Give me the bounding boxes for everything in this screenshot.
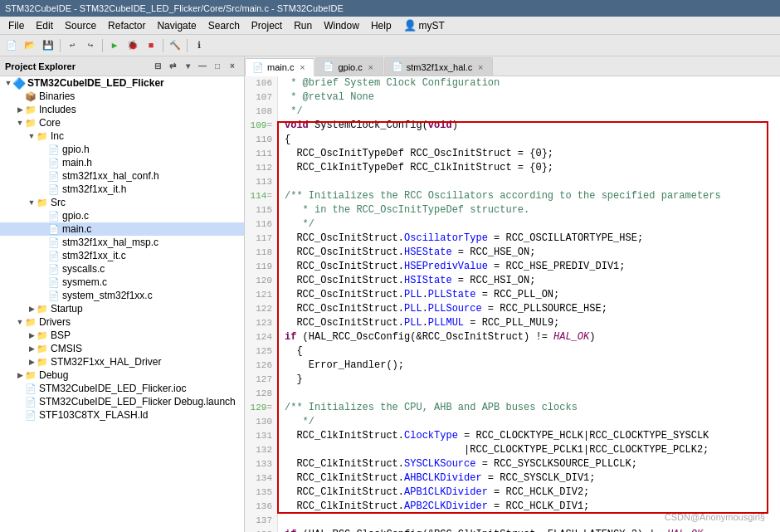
tree-arrow-system_stm32f1xx_c bbox=[38, 290, 48, 300]
toolbar-stop[interactable]: ■ bbox=[143, 37, 159, 54]
toolbar-redo[interactable]: ↪ bbox=[82, 37, 99, 54]
tree-arrow-src: ▼ bbox=[27, 198, 37, 207]
line-num-120: 120 bbox=[250, 274, 272, 288]
line-num-116: 116 bbox=[250, 217, 272, 232]
menu-refactor[interactable]: Refactor bbox=[103, 18, 150, 33]
code-editor[interactable]: 106107108109=110111112113114=11511611711… bbox=[245, 76, 780, 532]
tree-item-drivers[interactable]: ▼ 📁 Drivers bbox=[0, 315, 244, 329]
tree-item-main_c[interactable]: 📄 main.c bbox=[0, 222, 244, 236]
tree-item-main_h[interactable]: 📄 main.h bbox=[0, 156, 244, 169]
main-layout: Project Explorer ⊟ ⇄ ▾ — □ × ▼ 🔷 STM32Cu… bbox=[0, 56, 780, 532]
line-num-117: 117 bbox=[250, 232, 272, 246]
code-line-109: void SystemClock_Config(void) bbox=[285, 119, 773, 133]
tab-close-2[interactable]: × bbox=[475, 62, 485, 72]
tree-item-includes[interactable]: ▶ 📁 Includes bbox=[0, 103, 244, 116]
menu-edit[interactable]: Edit bbox=[31, 18, 58, 33]
line-num-129: 129= bbox=[250, 401, 272, 415]
tree-icon-core: 📁 bbox=[25, 117, 37, 129]
menu-help[interactable]: Help bbox=[366, 18, 397, 33]
tree-item-inc[interactable]: ▼ 📁 Inc bbox=[0, 129, 244, 143]
tree-item-gpio_c[interactable]: 📄 gpio.c bbox=[0, 209, 244, 222]
editor-tab-stm32f1xx_hal-c[interactable]: 📄 stm32f1xx_hal.c × bbox=[384, 57, 493, 76]
tree-label-core: Core bbox=[39, 117, 244, 129]
tree-item-launch_file[interactable]: 📄 STM32CubeIDE_LED_Flicker Debug.launch bbox=[0, 395, 244, 408]
toolbar-open[interactable]: 📂 bbox=[22, 37, 38, 54]
toolbar-debug[interactable]: 🐞 bbox=[124, 37, 141, 54]
tree-label-main_c: main.c bbox=[62, 223, 244, 235]
tab-close-1[interactable]: × bbox=[366, 62, 376, 72]
menu-myst[interactable]: 👤 myST bbox=[398, 17, 450, 33]
tree-item-startup[interactable]: ▶ 📁 Startup bbox=[0, 302, 244, 315]
menu-project[interactable]: Project bbox=[246, 18, 287, 33]
menu-run[interactable]: Run bbox=[289, 18, 317, 33]
code-line-113 bbox=[285, 175, 773, 189]
tree-root[interactable]: ▼ 🔷 STM32CubeIDE_LED_Flicker bbox=[0, 76, 244, 90]
tree-item-stm32f1xx_hal_driver[interactable]: ▶ 📁 STM32F1xx_HAL_Driver bbox=[0, 355, 244, 368]
code-line-122: RCC_OscInitStruct.PLL.PLLSource = RCC_PL… bbox=[285, 302, 773, 316]
menu-source[interactable]: Source bbox=[60, 18, 101, 33]
tab-label-2: stm32f1xx_hal.c bbox=[407, 62, 472, 72]
window-title: STM32CubeIDE - STM32CubeIDE_LED_Flicker/… bbox=[5, 3, 344, 13]
tree-item-flash_ld[interactable]: 📄 STF103C8TX_FLASH.ld bbox=[0, 408, 244, 422]
toolbar-new[interactable]: 📄 bbox=[3, 37, 20, 54]
tree-item-stm32f1xx_hal_msp_c[interactable]: 📄 stm32f1xx_hal_msp.c bbox=[0, 236, 244, 249]
tree-item-cmsis[interactable]: ▶ 📁 CMSIS bbox=[0, 342, 244, 355]
tree-item-src[interactable]: ▼ 📁 Src bbox=[0, 196, 244, 209]
menu-search[interactable]: Search bbox=[203, 18, 245, 33]
tree-item-sysmem_c[interactable]: 📄 sysmem.c bbox=[0, 276, 244, 289]
tree-item-stm32f1xx_hal_conf_h[interactable]: 📄 stm32f1xx_hal_conf.h bbox=[0, 169, 244, 183]
toolbar-info[interactable]: ℹ bbox=[191, 37, 207, 54]
explorer-close[interactable]: × bbox=[226, 60, 239, 73]
tab-close-0[interactable]: × bbox=[297, 62, 307, 72]
code-editor-inner: 106107108109=110111112113114=11511611711… bbox=[245, 76, 780, 532]
tree-item-binaries[interactable]: 📦 Binaries bbox=[0, 90, 244, 103]
tree-item-debug[interactable]: ▶ 📁 Debug bbox=[0, 368, 244, 382]
line-num-107: 107 bbox=[250, 90, 272, 105]
tree-item-core[interactable]: ▼ 📁 Core bbox=[0, 116, 244, 129]
editor-tab-main-c[interactable]: 📄 main.c × bbox=[245, 58, 314, 76]
tree-item-bsp[interactable]: ▶ 📁 BSP bbox=[0, 329, 244, 342]
menu-navigate[interactable]: Navigate bbox=[152, 18, 201, 33]
explorer-menu[interactable]: ▾ bbox=[181, 60, 194, 73]
explorer-collapse-all[interactable]: ⊟ bbox=[151, 60, 164, 73]
line-num-128: 128 bbox=[250, 387, 272, 401]
menu-file[interactable]: File bbox=[3, 18, 29, 33]
code-line-107: * @retval None bbox=[285, 90, 773, 105]
tree-label-inc: Inc bbox=[51, 130, 244, 142]
tree-icon-inc: 📁 bbox=[37, 130, 48, 142]
code-line-121: RCC_OscInitStruct.PLL.PLLState = RCC_PLL… bbox=[285, 288, 773, 302]
line-num-113: 113 bbox=[250, 175, 272, 189]
tree-label-launch_file: STM32CubeIDE_LED_Flicker Debug.launch bbox=[39, 396, 244, 408]
explorer-link[interactable]: ⇄ bbox=[166, 60, 179, 73]
toolbar-save[interactable]: 💾 bbox=[40, 37, 56, 54]
line-num-124: 124 bbox=[250, 330, 272, 344]
code-line-115: * in the RCC_OscInitTypeDef structure. bbox=[285, 203, 773, 217]
tree-item-ioc_file[interactable]: 📄 STM32CubeIDE_LED_Flicker.ioc bbox=[0, 382, 244, 395]
tree-label-stm32f1xx_hal_conf_h: stm32f1xx_hal_conf.h bbox=[62, 170, 244, 182]
tree-item-stm32f1xx_it_h[interactable]: 📄 stm32f1xx_it.h bbox=[0, 183, 244, 196]
tree-arrow-launch_file bbox=[15, 397, 25, 407]
tree-item-gpio_h[interactable]: 📄 gpio.h bbox=[0, 143, 244, 156]
code-line-112: RCC_ClkInitTypeDef RCC_ClkInitStruct = {… bbox=[285, 161, 773, 175]
editor-tab-gpio-c[interactable]: 📄 gpio.c × bbox=[315, 57, 383, 76]
toolbar-undo[interactable]: ↩ bbox=[64, 37, 80, 54]
tree-view[interactable]: ▼ 🔷 STM32CubeIDE_LED_Flicker 📦 Binaries … bbox=[0, 76, 244, 532]
toolbar-sep2 bbox=[102, 39, 103, 52]
explorer-actions: ⊟ ⇄ ▾ — □ × bbox=[151, 60, 239, 73]
toolbar-run[interactable]: ▶ bbox=[106, 37, 123, 54]
line-num-115: 115 bbox=[250, 203, 272, 217]
tree-label-stm32f1xx_hal_driver: STM32F1xx_HAL_Driver bbox=[51, 356, 244, 368]
explorer-minimize[interactable]: — bbox=[196, 60, 209, 73]
tree-item-system_stm32f1xx_c[interactable]: 📄 system_stm32f1xx.c bbox=[0, 289, 244, 302]
toolbar-build[interactable]: 🔨 bbox=[167, 37, 183, 54]
line-num-114: 114= bbox=[250, 189, 272, 203]
line-num-110: 110 bbox=[250, 133, 272, 147]
menu-window[interactable]: Window bbox=[319, 18, 364, 33]
code-line-114: /** Initializes the RCC Oscillators acco… bbox=[285, 189, 773, 203]
explorer-maximize[interactable]: □ bbox=[211, 60, 224, 73]
tree-arrow-drivers: ▼ bbox=[15, 317, 25, 327]
code-line-124: if (HAL_RCC_OscConfig(&RCC_OscInitStruct… bbox=[285, 330, 773, 344]
code-line-110: { bbox=[285, 133, 773, 147]
tree-item-syscalls_c[interactable]: 📄 syscalls.c bbox=[0, 262, 244, 276]
tree-item-stm32f1xx_it_c[interactable]: 📄 stm32f1xx_it.c bbox=[0, 249, 244, 262]
